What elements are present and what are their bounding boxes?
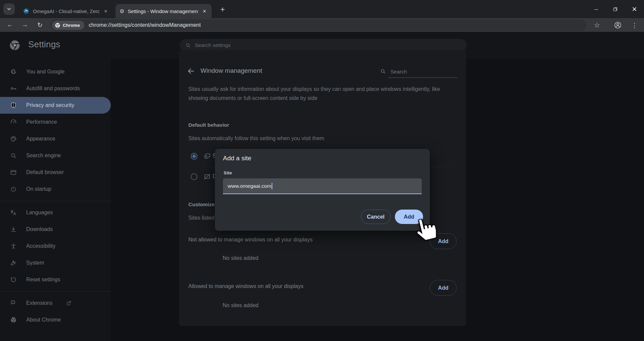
- back-arrow-icon[interactable]: [187, 67, 195, 75]
- external-link-icon: [66, 300, 72, 306]
- site-badge[interactable]: Chrome: [52, 21, 84, 30]
- cancel-button[interactable]: Cancel: [361, 210, 390, 224]
- tab-omegaai[interactable]: OmegaAI - Cloud-native, Zero- ×: [19, 4, 113, 18]
- sidebar-item-system[interactable]: System: [0, 254, 111, 271]
- no-sites-added-text: No sites added: [223, 255, 259, 261]
- sidebar-divider: [0, 201, 111, 201]
- sidebar-item-label: Reset settings: [26, 277, 60, 283]
- add-not-allowed-site-button[interactable]: Add: [430, 233, 457, 249]
- back-button[interactable]: ←: [4, 19, 15, 31]
- dialog-actions: Cancel Add: [361, 210, 423, 224]
- dialog-title: Add a site: [223, 155, 251, 162]
- minimize-button[interactable]: ─: [587, 0, 606, 18]
- window-slash-icon: [203, 173, 211, 181]
- in-page-search-input[interactable]: Search: [390, 69, 407, 75]
- tab-settings-active[interactable]: ⚙ Settings - Window management ×: [116, 4, 212, 18]
- sidebar-item-extensions[interactable]: Extensions: [0, 295, 111, 311]
- sidebar-item-label: Default browser: [26, 169, 64, 175]
- kebab-menu-icon: ⋮: [632, 21, 638, 29]
- windows-overlap-icon: [203, 152, 211, 160]
- close-icon: ✕: [632, 5, 637, 13]
- sidebar-item-default-browser[interactable]: Default browser: [0, 164, 111, 181]
- key-icon: [9, 84, 17, 93]
- sidebar-item-label: Extensions: [26, 300, 52, 306]
- tab-search-chevron-button[interactable]: [3, 3, 15, 15]
- profile-button[interactable]: [612, 20, 623, 31]
- settings-search-input[interactable]: Search settings: [180, 39, 467, 52]
- new-tab-button[interactable]: +: [218, 4, 228, 14]
- settings-sidebar: G You and Google Autofill and passwords …: [0, 59, 111, 341]
- sidebar-item-label: Privacy and security: [26, 102, 74, 108]
- address-bar[interactable]: Chrome chrome://settings/content/windowM…: [50, 19, 586, 31]
- settings-search-placeholder: Search settings: [195, 42, 231, 48]
- sidebar-divider: [0, 291, 111, 292]
- site-badge-label: Chrome: [63, 23, 80, 28]
- forward-button[interactable]: →: [19, 19, 31, 31]
- chrome-badge-logo-icon: [55, 22, 60, 28]
- window-controls: ─ ✕: [587, 0, 644, 18]
- add-confirm-button[interactable]: Add: [395, 210, 423, 224]
- wrench-icon: [9, 259, 17, 267]
- browser-menu-button[interactable]: ⋮: [629, 20, 640, 31]
- close-window-button[interactable]: ✕: [625, 0, 644, 18]
- no-sites-added-text: No sites added: [223, 302, 259, 308]
- text-caret: [272, 183, 272, 189]
- add-site-dialog: Add a site Site www.omegaai.com Cancel A…: [215, 149, 430, 231]
- sidebar-item-label: Search engine: [26, 153, 61, 159]
- section-page-title: Window management: [200, 67, 262, 74]
- sidebar-item-appearance[interactable]: Appearance: [0, 130, 111, 147]
- speedometer-icon: [9, 118, 17, 126]
- power-icon: [9, 185, 17, 193]
- tab-close-icon[interactable]: ×: [201, 8, 208, 15]
- add-allowed-site-button[interactable]: Add: [430, 280, 457, 296]
- intro-text: Sites usually ask for information about …: [188, 84, 457, 103]
- sidebar-item-autofill[interactable]: Autofill and passwords: [0, 80, 111, 97]
- sidebar-item-search-engine[interactable]: Search engine: [0, 147, 111, 164]
- default-behavior-title: Default behavior: [188, 122, 229, 128]
- accessibility-icon: [9, 242, 17, 250]
- profile-avatar-icon: [614, 21, 622, 29]
- bookmark-button[interactable]: ☆: [592, 20, 602, 31]
- browser-toolbar: ← → ↻ Chrome chrome://settings/content/w…: [0, 18, 644, 32]
- sidebar-item-label: Languages: [26, 210, 53, 216]
- settings-gear-favicon-icon: ⚙: [120, 8, 124, 14]
- sidebar-item-privacy-security[interactable]: Privacy and security: [0, 97, 111, 114]
- sidebar-item-label: You and Google: [26, 69, 64, 75]
- shield-icon: [9, 101, 17, 109]
- back-arrow-icon: ←: [7, 21, 13, 29]
- magnifier-icon: [9, 152, 17, 160]
- search-underline: [388, 77, 457, 78]
- sidebar-item-label: Autofill and passwords: [26, 86, 80, 92]
- sidebar-item-label: System: [26, 260, 44, 266]
- sidebar-item-downloads[interactable]: Downloads: [0, 221, 111, 238]
- tab-close-icon[interactable]: ×: [103, 8, 109, 15]
- radio-selected-icon[interactable]: [191, 153, 197, 160]
- minimize-icon: ─: [594, 6, 598, 12]
- download-icon: [9, 225, 17, 233]
- site-input-field[interactable]: www.omegaai.com: [223, 178, 422, 194]
- chrome-logo-icon: [9, 316, 17, 324]
- sidebar-item-on-startup[interactable]: On startup: [0, 181, 111, 197]
- reset-icon: [9, 276, 17, 284]
- chrome-logo-icon: [9, 39, 21, 51]
- sidebar-item-accessibility[interactable]: Accessibility: [0, 238, 111, 254]
- sidebar-item-about-chrome[interactable]: About Chrome: [0, 311, 111, 328]
- palette-icon: [9, 135, 17, 143]
- sidebar-item-languages[interactable]: Languages: [0, 204, 111, 221]
- radio-unselected-icon[interactable]: [191, 173, 197, 180]
- titlebar: OmegaAI - Cloud-native, Zero- × ⚙ Settin…: [0, 0, 644, 18]
- sidebar-item-you-and-google[interactable]: G You and Google: [0, 63, 111, 80]
- sidebar-item-reset-settings[interactable]: Reset settings: [0, 271, 111, 288]
- restore-button[interactable]: [606, 0, 625, 18]
- page-title: Settings: [28, 39, 60, 50]
- sidebar-item-performance[interactable]: Performance: [0, 114, 111, 130]
- sidebar-item-label: Appearance: [26, 136, 55, 142]
- allowed-section-label: Allowed to manage windows on all your di…: [188, 283, 303, 289]
- tab-title: Settings - Window management: [128, 8, 198, 14]
- default-behavior-description: Sites automatically follow this setting …: [188, 135, 324, 141]
- translate-icon: [9, 209, 17, 217]
- search-icon: [185, 42, 191, 48]
- site-input-value: www.omegaai.com: [228, 183, 271, 189]
- forward-arrow-icon: →: [22, 21, 28, 29]
- reload-button[interactable]: ↻: [34, 19, 46, 31]
